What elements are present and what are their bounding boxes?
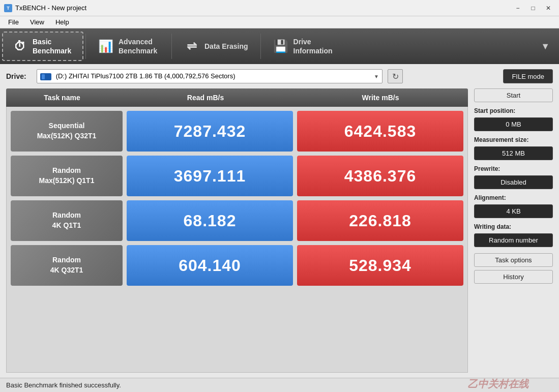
measurement-size-label: Measurement size: bbox=[474, 136, 553, 143]
drive-information-label: DriveInformation bbox=[293, 37, 333, 55]
task-name-random-4k-q1: Random 4K Q1T1 bbox=[11, 200, 123, 241]
alignment-value[interactable]: 4 KB bbox=[474, 204, 553, 218]
start-button[interactable]: Start bbox=[474, 88, 553, 102]
menu-file[interactable]: File bbox=[3, 17, 24, 27]
table-body: Sequential Max(512K) Q32T1 7287.432 6424… bbox=[6, 107, 468, 373]
drive-refresh-button[interactable]: ↻ bbox=[388, 69, 403, 83]
title-bar-controls: − □ ✕ bbox=[511, 3, 555, 13]
benchmark-area: Task name Read mB/s Write mB/s Sequentia… bbox=[6, 88, 553, 373]
basic-benchmark-label: BasicBenchmark bbox=[33, 37, 71, 55]
history-button[interactable]: History bbox=[474, 270, 553, 284]
table-row: Random 4K Q1T1 68.182 226.818 bbox=[7, 200, 467, 241]
drive-select[interactable]: (D:) ZHITAI TiPlus7100 2TB 1.86 TB (4,00… bbox=[37, 69, 383, 83]
title-bar-left: T TxBENCH - New project bbox=[4, 4, 86, 12]
advanced-benchmark-label: AdvancedBenchmark bbox=[119, 37, 157, 55]
task-name-random-4k-q32: Random 4K Q32T1 bbox=[11, 245, 123, 286]
alignment-label: Alignment: bbox=[474, 194, 553, 201]
close-button[interactable]: ✕ bbox=[542, 3, 555, 13]
toolbar-basic-benchmark[interactable]: ⏱ BasicBenchmark bbox=[2, 32, 83, 61]
toolbar-divider-3 bbox=[260, 34, 261, 59]
title-bar: T TxBENCH - New project − □ ✕ bbox=[0, 0, 559, 16]
benchmark-table: Task name Read mB/s Write mB/s Sequentia… bbox=[6, 88, 468, 373]
menu-bar: File View Help bbox=[0, 16, 559, 28]
read-value-random-512k: 3697.111 bbox=[127, 156, 293, 196]
drive-dropdown-arrow: ▼ bbox=[374, 74, 379, 79]
drive-select-text: (D:) ZHITAI TiPlus7100 2TB 1.86 TB (4,00… bbox=[40, 72, 235, 80]
writing-data-label: Writing data: bbox=[474, 223, 553, 230]
measurement-size-value[interactable]: 512 MB bbox=[474, 146, 553, 160]
watermark: 乙中关村在线 bbox=[467, 377, 528, 391]
header-write: Write mB/s bbox=[293, 88, 468, 107]
write-value-random-512k: 4386.376 bbox=[297, 156, 463, 196]
task-name-random-512k: Random Max(512K) Q1T1 bbox=[11, 156, 123, 196]
start-position-label: Start position: bbox=[474, 107, 553, 114]
data-erasing-icon: ⇌ bbox=[184, 39, 199, 53]
table-row: Random Max(512K) Q1T1 3697.111 4386.376 bbox=[7, 156, 467, 196]
drive-label: Drive: bbox=[6, 72, 32, 80]
header-task-name: Task name bbox=[6, 88, 118, 107]
writing-data-value[interactable]: Random number bbox=[474, 233, 553, 247]
task-name-sequential: Sequential Max(512K) Q32T1 bbox=[11, 111, 123, 152]
toolbar-advanced-benchmark[interactable]: 📊 AdvancedBenchmark bbox=[88, 32, 169, 61]
toolbar: ⏱ BasicBenchmark 📊 AdvancedBenchmark ⇌ D… bbox=[0, 28, 559, 64]
toolbar-divider-1 bbox=[85, 34, 86, 59]
maximize-button[interactable]: □ bbox=[526, 3, 540, 13]
write-value-sequential: 6424.583 bbox=[297, 111, 463, 152]
side-panel: Start Start position: 0 MB Measurement s… bbox=[474, 88, 553, 373]
data-erasing-label: Data Erasing bbox=[204, 42, 248, 51]
toolbar-divider-2 bbox=[171, 34, 172, 59]
window-title: TxBENCH - New project bbox=[15, 4, 86, 12]
status-bar: Basic Benchmark finished successfully. 乙… bbox=[0, 378, 559, 392]
write-value-random-4k-q1: 226.818 bbox=[297, 200, 463, 241]
read-value-random-4k-q1: 68.182 bbox=[127, 200, 293, 241]
advanced-benchmark-icon: 📊 bbox=[98, 39, 113, 53]
write-value-random-4k-q32: 528.934 bbox=[297, 245, 463, 286]
menu-view[interactable]: View bbox=[25, 17, 49, 27]
app-icon: T bbox=[4, 4, 12, 12]
read-value-random-4k-q32: 604.140 bbox=[127, 245, 293, 286]
status-text: Basic Benchmark finished successfully. bbox=[6, 381, 121, 389]
prewrite-value[interactable]: Disabled bbox=[474, 175, 553, 189]
prewrite-label: Prewrite: bbox=[474, 165, 553, 172]
menu-help[interactable]: Help bbox=[50, 17, 74, 27]
toolbar-data-erasing[interactable]: ⇌ Data Erasing bbox=[174, 32, 258, 61]
task-options-button[interactable]: Task options bbox=[474, 253, 553, 267]
table-row: Sequential Max(512K) Q32T1 7287.432 6424… bbox=[7, 111, 467, 152]
header-read: Read mB/s bbox=[118, 88, 293, 107]
file-mode-button[interactable]: FILE mode bbox=[503, 69, 553, 83]
table-header: Task name Read mB/s Write mB/s bbox=[6, 88, 468, 107]
minimize-button[interactable]: − bbox=[511, 3, 524, 13]
read-value-sequential: 7287.432 bbox=[127, 111, 293, 152]
drive-row: Drive: (D:) ZHITAI TiPlus7100 2TB 1.86 T… bbox=[6, 69, 553, 83]
basic-benchmark-icon: ⏱ bbox=[12, 39, 27, 53]
main-content: Drive: (D:) ZHITAI TiPlus7100 2TB 1.86 T… bbox=[0, 64, 559, 378]
toolbar-dropdown-arrow[interactable]: ▼ bbox=[537, 37, 554, 56]
toolbar-drive-information[interactable]: 💾 DriveInformation bbox=[263, 32, 344, 61]
start-position-value[interactable]: 0 MB bbox=[474, 117, 553, 131]
table-row: Random 4K Q32T1 604.140 528.934 bbox=[7, 245, 467, 286]
drive-information-icon: 💾 bbox=[273, 39, 288, 53]
